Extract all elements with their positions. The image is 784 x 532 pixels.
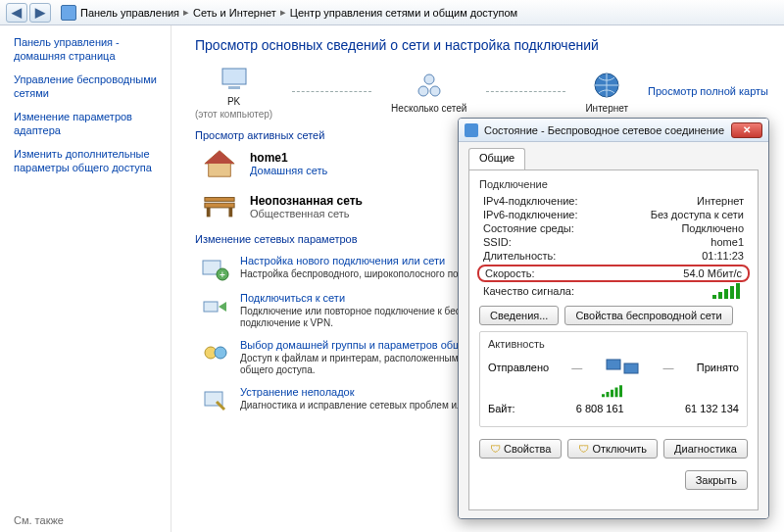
breadcrumb-item[interactable]: Панель управления bbox=[80, 7, 179, 19]
properties-button[interactable]: 🛡 Свойства bbox=[479, 439, 562, 459]
svg-point-4 bbox=[424, 74, 434, 84]
activity-recv-label: Принято bbox=[697, 362, 739, 373]
svg-point-3 bbox=[430, 86, 440, 96]
connect-icon bbox=[201, 292, 230, 319]
svg-rect-0 bbox=[222, 69, 246, 84]
troubleshoot-icon bbox=[201, 386, 230, 413]
svg-rect-20 bbox=[624, 363, 638, 373]
wireless-icon bbox=[465, 123, 478, 137]
bytes-recv-value: 61 132 134 bbox=[685, 403, 739, 414]
signal-label: Качество сигнала: bbox=[483, 285, 574, 299]
svg-rect-8 bbox=[205, 203, 234, 208]
speed-value: 54.0 Мбит/с bbox=[683, 267, 742, 279]
task-link-new-connection[interactable]: Настройка нового подключения или сети bbox=[240, 255, 445, 266]
ssid-label: SSID: bbox=[483, 236, 512, 248]
speed-label: Скорость: bbox=[485, 267, 535, 279]
bytes-label: Байт: bbox=[488, 403, 515, 414]
home-icon bbox=[201, 147, 238, 180]
map-node-pc-sub: (этот компьютер) bbox=[195, 109, 272, 120]
sidebar-link-wireless[interactable]: Управление беспроводными сетями bbox=[14, 73, 159, 100]
bytes-sent-value: 6 808 161 bbox=[576, 403, 624, 414]
view-full-map-link[interactable]: Просмотр полной карты bbox=[648, 85, 768, 97]
details-button[interactable]: Сведения... bbox=[479, 306, 559, 325]
ipv6-value: Без доступа к сети bbox=[651, 209, 744, 220]
svg-rect-10 bbox=[228, 208, 232, 217]
status-dialog: Состояние - Беспроводное сетевое соедине… bbox=[458, 118, 769, 519]
map-connector bbox=[292, 91, 371, 92]
network-name: Неопознанная сеть bbox=[250, 194, 363, 208]
diagnose-button[interactable]: Диагностика bbox=[663, 439, 748, 459]
breadcrumb: ◀ ▶ Панель управления ▸ Сеть и Интернет … bbox=[0, 0, 784, 25]
ssid-value: home1 bbox=[710, 236, 744, 248]
page-title: Просмотр основных сведений о сети и наст… bbox=[195, 37, 768, 53]
network-name: home1 bbox=[250, 151, 327, 165]
svg-rect-11 bbox=[205, 198, 234, 202]
nav-back-button[interactable]: ◀ bbox=[6, 3, 27, 23]
network-type-link[interactable]: Домашняя сеть bbox=[250, 165, 327, 176]
map-node-multi: Несколько сетей bbox=[391, 70, 466, 114]
pc-icon bbox=[219, 63, 250, 94]
wireless-properties-button[interactable]: Свойства беспроводной сети bbox=[564, 306, 732, 325]
map-node-internet: Интернет bbox=[585, 70, 628, 114]
svg-rect-9 bbox=[207, 208, 211, 217]
duration-label: Длительность: bbox=[483, 250, 556, 262]
ipv4-value: Интернет bbox=[697, 195, 744, 207]
task-link-troubleshoot[interactable]: Устранение неполадок bbox=[240, 386, 355, 398]
chevron-right-icon: ▸ bbox=[183, 6, 189, 19]
close-button[interactable]: ✕ bbox=[731, 122, 762, 138]
homegroup-icon bbox=[201, 339, 230, 366]
svg-rect-19 bbox=[607, 360, 620, 369]
group-connection-label: Подключение bbox=[479, 178, 748, 190]
map-node-pc-label: PK bbox=[227, 96, 240, 107]
signal-strength-icon bbox=[712, 285, 744, 299]
location-icon bbox=[61, 5, 76, 21]
svg-marker-7 bbox=[205, 151, 234, 164]
close-dialog-button[interactable]: Закрыть bbox=[685, 470, 748, 490]
globe-icon bbox=[591, 70, 622, 101]
activity-group: Активность Отправлено — — Принято Байт: … bbox=[479, 331, 748, 427]
media-label: Состояние среды: bbox=[483, 222, 574, 234]
chevron-right-icon: ▸ bbox=[280, 6, 286, 19]
signal-mini-icon bbox=[602, 387, 625, 398]
map-node-multi-label: Несколько сетей bbox=[391, 103, 466, 114]
sidebar: Панель управления - домашняя страница Уп… bbox=[0, 25, 172, 532]
activity-sent-label: Отправлено bbox=[488, 362, 549, 373]
svg-rect-15 bbox=[204, 302, 218, 312]
nav-arrows: ◀ ▶ bbox=[6, 3, 51, 23]
tab-general[interactable]: Общие bbox=[468, 148, 525, 169]
tabstrip: Общие bbox=[468, 148, 759, 169]
breadcrumb-item[interactable]: Сеть и Интернет bbox=[193, 7, 276, 19]
svg-point-2 bbox=[418, 86, 428, 96]
svg-point-17 bbox=[215, 347, 226, 359]
network-type-label: Общественная сеть bbox=[250, 208, 350, 219]
svg-text:+: + bbox=[220, 269, 225, 280]
sidebar-link-adapter[interactable]: Изменение параметров адаптера bbox=[14, 110, 159, 137]
breadcrumb-item[interactable]: Центр управления сетями и общим доступом bbox=[290, 7, 517, 19]
sidebar-home-link[interactable]: Панель управления - домашняя страница bbox=[14, 35, 159, 63]
sidebar-link-sharing[interactable]: Изменить дополнительные параметры общего… bbox=[14, 147, 159, 174]
media-value: Подключено bbox=[681, 222, 744, 234]
sidebar-see-also: См. также bbox=[14, 508, 159, 526]
activity-computers-icon bbox=[605, 354, 640, 381]
svg-rect-1 bbox=[228, 86, 240, 89]
nav-forward-button[interactable]: ▶ bbox=[29, 3, 51, 23]
network-map: PK (этот компьютер) Несколько сетей Инте… bbox=[195, 63, 768, 120]
new-connection-icon: + bbox=[201, 255, 230, 282]
map-node-internet-label: Интернет bbox=[585, 103, 628, 114]
speed-row: Скорость:54.0 Мбит/с bbox=[477, 265, 750, 282]
map-node-pc: PK (этот компьютер) bbox=[195, 63, 272, 120]
network-icon bbox=[414, 70, 445, 101]
task-link-connect[interactable]: Подключиться к сети bbox=[240, 292, 345, 304]
duration-value: 01:11:23 bbox=[702, 250, 744, 262]
ipv4-label: IPv4-подключение: bbox=[483, 195, 578, 207]
dialog-titlebar[interactable]: Состояние - Беспроводное сетевое соедине… bbox=[459, 119, 768, 142]
disable-button[interactable]: 🛡 Отключить bbox=[567, 439, 658, 459]
map-connector bbox=[486, 91, 565, 92]
group-activity-label: Активность bbox=[488, 338, 739, 350]
bench-icon bbox=[201, 190, 238, 223]
dialog-title: Состояние - Беспроводное сетевое соедине… bbox=[484, 124, 724, 136]
ipv6-label: IPv6-подключение: bbox=[483, 209, 578, 220]
